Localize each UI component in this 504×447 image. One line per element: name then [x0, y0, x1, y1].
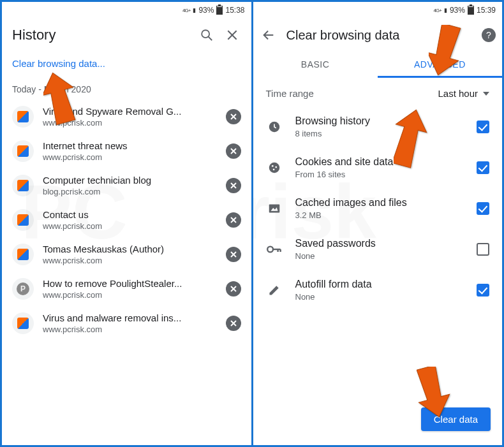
back-button[interactable]: [260, 26, 278, 44]
history-item-domain: blog.pcrisk.com: [43, 187, 217, 196]
cookie-icon: [266, 161, 283, 175]
history-item[interactable]: Virus and malware removal ins...www.pcri…: [2, 306, 251, 341]
svg-rect-25: [269, 205, 279, 213]
history-item-title: Tomas Meskauskas (Author): [43, 244, 217, 254]
favicon: [12, 312, 34, 334]
search-button[interactable]: [198, 26, 216, 44]
svg-point-23: [275, 166, 277, 168]
option-name: Browsing history: [295, 115, 464, 127]
close-icon: [230, 319, 237, 327]
delete-history-item-button[interactable]: [226, 281, 241, 297]
option-subtext: None: [295, 251, 464, 261]
network-indicator: 4G+: [434, 8, 441, 13]
option-checkbox[interactable]: [477, 161, 489, 174]
battery-percent: 93%: [198, 6, 214, 15]
svg-point-24: [272, 168, 274, 170]
clear-browsing-data-screen: risk 4G+ ▮ 93% 15:39 Clear browsing data…: [253, 2, 503, 445]
battery-percent: 93%: [450, 6, 465, 15]
close-icon: [230, 113, 237, 121]
close-icon: [230, 285, 237, 293]
help-button[interactable]: ?: [482, 28, 496, 42]
close-icon: [230, 147, 237, 155]
favicon: [12, 175, 34, 196]
signal-icon: ▮: [193, 7, 196, 13]
svg-line-1: [208, 37, 212, 41]
clear-data-option[interactable]: Browsing history8 items: [253, 106, 503, 147]
history-item-domain: www.pcrisk.com: [43, 256, 217, 265]
delete-history-item-button[interactable]: [226, 247, 241, 262]
help-icon: ?: [486, 30, 491, 40]
history-item[interactable]: Tomas Meskauskas (Author)www.pcrisk.com: [2, 237, 251, 272]
signal-icon: ▮: [444, 7, 447, 13]
clear-data-options-list: Browsing history8 itemsCookies and site …: [253, 106, 503, 445]
option-checkbox[interactable]: [477, 202, 489, 215]
option-name: Cookies and site data: [295, 156, 464, 168]
history-header: History: [2, 18, 251, 52]
tab-basic[interactable]: BASIC: [253, 52, 378, 78]
clear-data-button[interactable]: Clear data: [421, 407, 491, 431]
history-item-title: Virus and malware removal ins...: [43, 312, 217, 323]
option-name: Saved passwords: [295, 238, 464, 249]
page-title: History: [12, 27, 190, 43]
option-name: Cached images and files: [295, 197, 464, 209]
history-item-domain: www.pcrisk.com: [43, 325, 217, 334]
clock: 15:38: [225, 6, 244, 15]
favicon: [12, 106, 34, 128]
history-item-title: Virus and Spyware Removal G...: [43, 106, 217, 117]
battery-icon: [468, 6, 474, 15]
history-item[interactable]: Internet threat newswww.pcrisk.com: [2, 134, 251, 168]
delete-history-item-button[interactable]: [226, 143, 241, 159]
close-icon: [230, 182, 237, 189]
time-range-value: Last hour: [438, 88, 478, 99]
network-indicator: 4G+: [182, 8, 190, 13]
status-bar: 4G+ ▮ 93% 15:38: [2, 2, 251, 18]
history-item-title: Internet threat news: [43, 140, 217, 151]
time-range-dropdown[interactable]: Last hour: [438, 88, 489, 99]
delete-history-item-button[interactable]: [226, 178, 241, 193]
history-date-label: Today - March 2020: [2, 78, 251, 99]
delete-history-item-button[interactable]: [226, 316, 241, 331]
favicon: P: [12, 278, 34, 300]
history-item-title: Contact us: [43, 209, 217, 220]
svg-point-27: [267, 247, 273, 253]
history-screen: PC 4G+ ▮ 93% 15:38 History Clear browsin…: [2, 2, 251, 445]
clear-browsing-data-link[interactable]: Clear browsing data...: [2, 52, 251, 78]
search-icon: [200, 28, 214, 42]
clear-data-option[interactable]: Saved passwordsNone: [253, 229, 503, 270]
close-icon: [230, 251, 237, 258]
close-button[interactable]: [223, 26, 241, 44]
tab-advanced[interactable]: ADVANCED: [378, 52, 502, 78]
history-item[interactable]: PHow to remove PoulightStealer...www.pcr…: [2, 272, 251, 306]
history-item[interactable]: Computer technician blogblog.pcrisk.com: [2, 168, 251, 203]
option-subtext: 3.2 MB: [295, 210, 464, 220]
clear-data-option[interactable]: Autofill form dataNone: [253, 270, 503, 311]
svg-point-21: [269, 163, 279, 173]
history-item[interactable]: Virus and Spyware Removal G...www.pcrisk…: [2, 99, 251, 134]
image-icon: [266, 202, 283, 216]
delete-history-item-button[interactable]: [226, 109, 241, 124]
option-subtext: None: [295, 292, 464, 302]
option-subtext: From 16 sites: [295, 170, 464, 179]
clear-data-header: Clear browsing data ?: [253, 18, 503, 52]
history-item-domain: www.pcrisk.com: [43, 221, 217, 231]
pencil-icon: [266, 284, 283, 297]
delete-history-item-button[interactable]: [226, 212, 241, 228]
option-checkbox[interactable]: [477, 284, 489, 297]
clear-data-option[interactable]: Cached images and files3.2 MB: [253, 188, 503, 229]
history-item[interactable]: Contact uswww.pcrisk.com: [2, 203, 251, 237]
option-checkbox[interactable]: [477, 243, 489, 256]
option-subtext: 8 items: [295, 129, 464, 138]
favicon: [12, 209, 34, 231]
option-name: Autofill form data: [295, 279, 464, 290]
history-list[interactable]: Virus and Spyware Removal G...www.pcrisk…: [2, 99, 251, 445]
clock: 15:39: [477, 6, 496, 15]
clock-icon: [266, 120, 283, 134]
svg-point-22: [271, 165, 273, 167]
clear-data-option[interactable]: Cookies and site dataFrom 16 sites: [253, 147, 503, 188]
history-item-domain: www.pcrisk.com: [43, 118, 217, 128]
tabs: BASIC ADVANCED: [253, 52, 503, 78]
option-checkbox[interactable]: [477, 121, 489, 133]
svg-marker-31: [269, 286, 278, 295]
page-title: Clear browsing data: [286, 28, 473, 43]
favicon: [12, 140, 34, 162]
